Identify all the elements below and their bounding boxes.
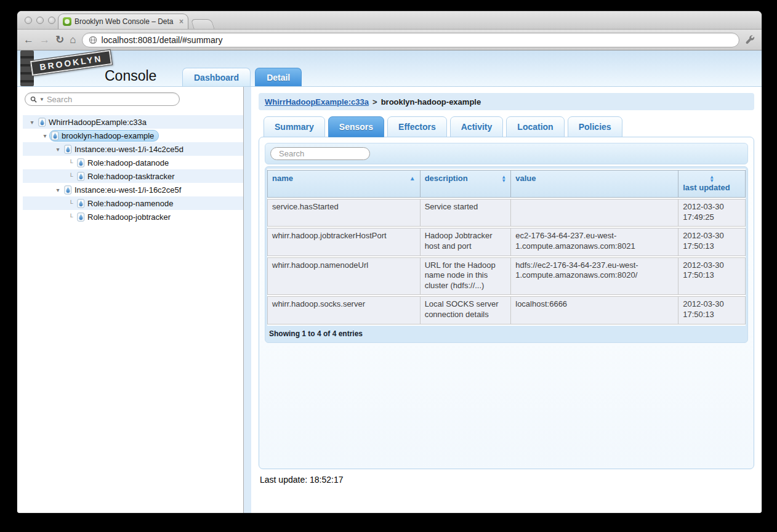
- entity-tab-label: Activity: [461, 122, 493, 132]
- tree-node[interactable]: Role:hadoop-datanode: [75, 157, 174, 169]
- tree-item[interactable]: ▾ brooklyn-hadoop-example: [23, 129, 243, 142]
- pane-divider: [244, 87, 251, 513]
- table-search-field[interactable]: [270, 147, 370, 160]
- sort-icon[interactable]: ▲▼: [409, 175, 416, 182]
- table-toolbar: [265, 143, 748, 164]
- browser-tab[interactable]: Brooklyn Web Console – Deta ×: [58, 14, 188, 29]
- column-header[interactable]: ▲▼ value: [511, 170, 678, 198]
- tree-item-label: WhirrHadoopExample:c33a: [49, 118, 147, 127]
- window-controls: [25, 17, 55, 24]
- browser-window: Brooklyn Web Console – Deta × ← → ↻ ⌂ BR…: [17, 11, 762, 513]
- entity-tab[interactable]: Sensors: [328, 116, 384, 137]
- table-search-input[interactable]: [279, 149, 387, 158]
- sensor-value-cell: [511, 199, 678, 227]
- sort-icon[interactable]: ▲▼: [709, 175, 714, 183]
- sensor-row[interactable]: whirr.hadoop.socks.server Local SOCKS se…: [267, 296, 746, 324]
- tree-item[interactable]: ▾ Instance:eu-west-1/i-16c2ce5f: [23, 183, 243, 196]
- home-button[interactable]: ⌂: [70, 34, 76, 45]
- tree-item[interactable]: ▾ Instance:eu-west-1/i-14c2ce5d: [23, 142, 243, 156]
- wrench-menu-icon[interactable]: [745, 34, 755, 45]
- sensors-table: ▲▼ name ▲▼ description ▲▼ value ▲▼ last …: [267, 169, 746, 326]
- tree-expander-icon[interactable]: ▾: [41, 132, 49, 139]
- tree-search-input[interactable]: [47, 95, 174, 104]
- entity-tab[interactable]: Location: [506, 116, 564, 137]
- sensor-name-cell: whirr.hadoop.namenodeUrl: [267, 257, 421, 296]
- search-options-caret-icon[interactable]: ▼: [39, 97, 44, 102]
- minimize-window-icon[interactable]: [36, 17, 44, 24]
- breadcrumb-current: brooklyn-hadoop-example: [381, 97, 481, 107]
- tree-node[interactable]: Instance:eu-west-1/i-14c2ce5d: [62, 143, 188, 155]
- close-window-icon[interactable]: [25, 17, 32, 24]
- tree-node[interactable]: Role:hadoop-tasktracker: [75, 171, 180, 182]
- sensor-row[interactable]: whirr.hadoop.jobtrackerHostPort Hadoop J…: [267, 228, 746, 256]
- browser-toolbar: ← → ↻ ⌂: [17, 30, 762, 50]
- tree-node[interactable]: brooklyn-hadoop-example: [49, 130, 159, 142]
- column-header[interactable]: ▲▼ description: [421, 170, 512, 198]
- tree-expander-icon[interactable]: └: [66, 200, 75, 207]
- tree-item[interactable]: ▾ WhirrHadoopExample:c33a: [23, 115, 243, 129]
- console-nav-tabs: Dashboard Detail: [182, 68, 302, 86]
- tab-close-icon[interactable]: ×: [179, 17, 183, 26]
- column-header-label: name: [272, 174, 293, 183]
- brooklyn-logo: BROOKLYN Console: [18, 50, 166, 86]
- address-bar[interactable]: [82, 33, 739, 47]
- tree-node[interactable]: Role:hadoop-jobtracker: [75, 211, 175, 223]
- refresh-button[interactable]: ↻: [55, 34, 64, 45]
- back-button[interactable]: ←: [23, 34, 34, 45]
- tree-item[interactable]: └ Role:hadoop-namenode: [23, 196, 243, 210]
- tree-expander-icon[interactable]: ▾: [54, 146, 62, 153]
- column-header-label: last updated: [683, 183, 730, 192]
- sensor-row[interactable]: service.hasStarted Service started 2012-…: [267, 199, 746, 227]
- console-nav-tab[interactable]: Detail: [255, 68, 302, 86]
- tree-expander-icon[interactable]: ▾: [54, 187, 62, 193]
- sensor-last-updated-cell: 2012-03-30 17:50:13: [678, 228, 746, 256]
- entity-icon: [38, 118, 46, 127]
- sensor-last-updated-cell: 2012-03-30 17:50:13: [678, 296, 746, 324]
- zoom-window-icon[interactable]: [48, 17, 55, 24]
- brooklyn-favicon-icon: [63, 17, 71, 26]
- sensor-description-cell: Service started: [421, 199, 512, 227]
- column-header-label: value: [515, 174, 536, 183]
- sensor-row[interactable]: whirr.hadoop.namenodeUrl URL for the Had…: [267, 257, 746, 296]
- last-update-status: Last update: 18:52:17: [260, 475, 754, 485]
- forward-button[interactable]: →: [39, 34, 50, 45]
- entity-tree: ▾ WhirrHadoopExample:c33a ▾ brooklyn-had…: [23, 115, 243, 224]
- entity-icon: [64, 145, 72, 154]
- content-area: ▼ ▾ WhirrHadoopExample:c33a ▾ brooklyn-h…: [17, 87, 762, 513]
- entity-tree-sidebar: ▼ ▾ WhirrHadoopExample:c33a ▾ brooklyn-h…: [17, 87, 244, 513]
- entity-icon: [77, 158, 85, 167]
- tree-item[interactable]: └ Role:hadoop-tasktracker: [23, 169, 243, 183]
- tree-expander-icon[interactable]: └: [66, 159, 75, 166]
- tree-node[interactable]: Instance:eu-west-1/i-16c2ce5f: [62, 184, 186, 196]
- column-header[interactable]: ▲▼ last updated: [678, 170, 746, 198]
- entity-tab[interactable]: Policies: [568, 116, 622, 137]
- tree-expander-icon[interactable]: ▾: [28, 119, 36, 126]
- tree-item-label: Role:hadoop-jobtracker: [87, 212, 171, 222]
- entity-tab[interactable]: Effectors: [387, 116, 447, 137]
- sort-icon[interactable]: ▲▼: [501, 175, 506, 183]
- sensor-description-cell: Hadoop Jobtracker host and port: [421, 228, 512, 256]
- tree-expander-icon[interactable]: └: [66, 214, 75, 220]
- column-header[interactable]: ▲▼ name: [267, 170, 421, 198]
- tree-item-label: Role:hadoop-namenode: [87, 199, 174, 208]
- url-input[interactable]: [102, 35, 733, 45]
- console-nav-tab-label: Detail: [267, 73, 290, 83]
- tree-node[interactable]: Role:hadoop-namenode: [75, 198, 179, 209]
- new-tab-button[interactable]: [190, 19, 214, 29]
- breadcrumb-parent-link[interactable]: WhirrHadoopExample:c33a: [265, 97, 369, 107]
- tree-item[interactable]: └ Role:hadoop-datanode: [23, 156, 243, 169]
- entity-tab-label: Summary: [275, 122, 314, 132]
- tree-item-label: Role:hadoop-datanode: [87, 158, 169, 167]
- sensor-name-cell: whirr.hadoop.socks.server: [267, 296, 421, 324]
- column-header-label: description: [425, 174, 468, 183]
- tree-search-field[interactable]: ▼: [25, 92, 180, 106]
- search-icon: [30, 96, 37, 103]
- entity-tab[interactable]: Summary: [264, 116, 325, 137]
- tree-node[interactable]: WhirrHadoopExample:c33a: [36, 116, 151, 128]
- browser-titlebar: Brooklyn Web Console – Deta ×: [17, 11, 762, 30]
- entity-icon: [77, 199, 85, 208]
- console-nav-tab[interactable]: Dashboard: [182, 68, 251, 86]
- tree-item[interactable]: └ Role:hadoop-jobtracker: [23, 210, 243, 224]
- tree-expander-icon[interactable]: └: [66, 173, 75, 180]
- entity-tab[interactable]: Activity: [450, 116, 504, 137]
